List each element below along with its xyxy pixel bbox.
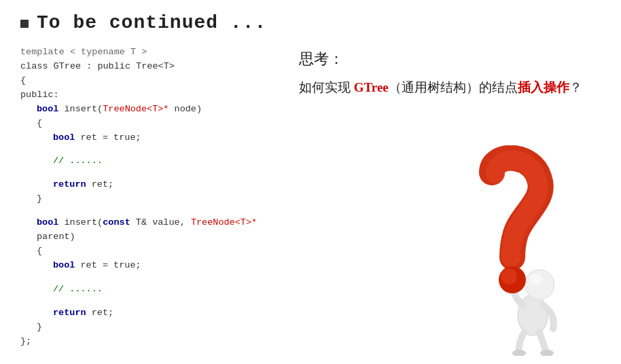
svg-point-4: [529, 274, 543, 285]
code-empty-2: [20, 168, 279, 178]
think-question: 如何实现 GTree（通用树结构）的结点插入操作？: [299, 77, 594, 98]
bullet-icon: [20, 20, 29, 28]
question-insert: 插入操作: [518, 80, 569, 94]
code-line-7: bool ret = true;: [20, 131, 279, 145]
svg-point-8: [501, 268, 517, 285]
right-section: 思考： 如何实现 GTree（通用树结构）的结点插入操作？: [285, 46, 607, 349]
think-label: 思考：: [299, 49, 594, 69]
question-text-after: ？: [569, 80, 582, 94]
code-line-1: template < typename T >: [20, 46, 279, 60]
code-line-11: return ret;: [20, 178, 279, 192]
code-line-2: class GTree : public Tree<T>: [20, 60, 279, 74]
code-line-6: {: [20, 117, 279, 131]
code-line-21: }: [20, 321, 279, 335]
code-line-4: public:: [20, 88, 279, 103]
question-text-before: 如何实现: [299, 80, 354, 94]
code-line-12: }: [20, 192, 279, 206]
title-section: To be continued ...: [0, 0, 621, 40]
code-empty-1: [20, 145, 279, 154]
main-content: template < typename T > class GTree : pu…: [0, 46, 621, 349]
code-line-5: bool insert(TreeNode<T>* node): [20, 103, 279, 117]
code-block: template < typename T > class GTree : pu…: [14, 46, 285, 349]
page-title: To be continued ...: [37, 12, 266, 33]
code-line-9: // ......: [20, 154, 279, 168]
svg-point-3: [525, 270, 554, 299]
question-text-middle: （通用树结构）的结点: [389, 80, 518, 94]
code-empty-3: [20, 206, 279, 216]
code-line-22: };: [20, 335, 279, 349]
code-empty-5: [20, 297, 279, 306]
code-line-18: // ......: [20, 283, 279, 297]
code-line-14: bool insert(const T& value, TreeNode<T>*…: [20, 216, 279, 244]
figure-svg: [397, 145, 601, 356]
code-empty-4: [20, 273, 279, 283]
question-figure: [397, 145, 601, 356]
code-line-3: {: [20, 74, 279, 88]
code-line-16: bool ret = true;: [20, 259, 279, 273]
svg-point-5: [512, 350, 526, 356]
question-gtree: GTree: [354, 80, 389, 94]
code-line-15: {: [20, 244, 279, 259]
code-line-20: return ret;: [20, 306, 279, 321]
